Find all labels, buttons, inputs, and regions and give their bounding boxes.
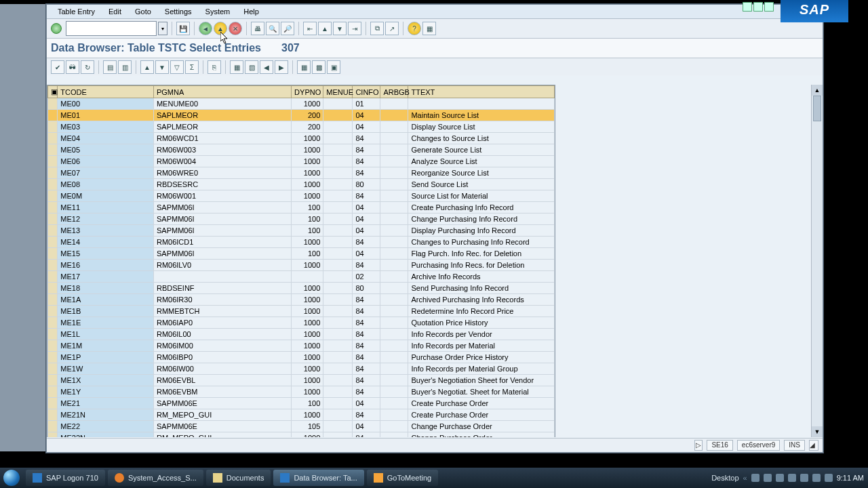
cell[interactable]: ME08 — [58, 179, 154, 190]
table-row[interactable]: ME1MRM06IM00100084Info Records per Mater… — [48, 340, 555, 352]
cell[interactable]: 84 — [353, 386, 380, 398]
cell[interactable]: 84 — [353, 375, 380, 386]
cell[interactable]: ME13 — [58, 225, 154, 237]
cell[interactable]: 84 — [353, 144, 380, 156]
cell[interactable]: 1000 — [292, 237, 323, 248]
cell[interactable]: SAPMM06E — [153, 398, 291, 409]
cell[interactable]: Flag Purch. Info Rec. for Deletion — [408, 248, 555, 260]
cell[interactable] — [323, 421, 353, 432]
cell[interactable]: ME1E — [58, 317, 154, 329]
cell[interactable] — [380, 421, 408, 432]
cell[interactable]: 1000 — [292, 260, 323, 271]
cell[interactable]: Display Purchasing Info Record — [408, 225, 555, 237]
table-row[interactable]: ME01SAPLMEOR20004Maintain Source List — [48, 110, 555, 121]
cell[interactable] — [380, 409, 408, 421]
cell[interactable] — [323, 237, 353, 248]
cell[interactable]: ME1B — [58, 306, 154, 317]
cell[interactable] — [323, 375, 353, 386]
system-tray[interactable]: Desktop « 9:11 AM — [711, 474, 864, 482]
cell[interactable]: 84 — [353, 340, 380, 352]
cell[interactable]: Create Purchase Order — [408, 409, 555, 421]
first-page-button[interactable]: ⇤ — [303, 22, 317, 35]
cell[interactable]: SAPMM06I — [153, 225, 291, 237]
cell[interactable]: 04 — [353, 214, 380, 225]
cell[interactable] — [323, 363, 353, 375]
cell[interactable] — [323, 329, 353, 340]
cell[interactable] — [380, 225, 408, 237]
cell[interactable]: 1000 — [292, 283, 323, 294]
grid-button[interactable]: ▦ — [297, 60, 311, 74]
sort-asc-button[interactable]: ▲ — [140, 60, 154, 74]
select-all-cell[interactable]: ▣ — [48, 86, 58, 98]
cell[interactable]: SAPMM06I — [153, 214, 291, 225]
cell[interactable]: ME05 — [58, 144, 154, 156]
cell[interactable]: Buyer's Negotiation Sheet for Vendor — [408, 375, 555, 386]
cell[interactable]: RM_MEPO_GUI — [153, 432, 291, 438]
cell[interactable]: 04 — [353, 110, 380, 121]
cell[interactable]: ME1Y — [58, 386, 154, 398]
cell[interactable]: 1000 — [292, 329, 323, 340]
row-selector[interactable] — [48, 214, 58, 225]
cell[interactable]: Change Purchase Order — [408, 421, 555, 432]
cell[interactable] — [380, 386, 408, 398]
cell[interactable]: 84 — [353, 329, 380, 340]
col-pgmna[interactable]: PGMNA — [153, 86, 291, 98]
cell[interactable] — [323, 179, 353, 190]
cell[interactable] — [292, 271, 323, 283]
detail-button[interactable]: ▤ — [103, 60, 117, 74]
cell[interactable]: RM06IM00 — [153, 340, 291, 352]
cell[interactable]: 04 — [353, 202, 380, 214]
cell[interactable]: RM06W003 — [153, 144, 291, 156]
tray-icon[interactable] — [825, 474, 833, 482]
table-row[interactable]: ME00MENUME00100001 — [48, 98, 555, 110]
table-row[interactable]: ME1ARM06IR30100084Archived Purchasing In… — [48, 294, 555, 306]
cell[interactable]: Change Purchasing Info Record — [408, 214, 555, 225]
cell[interactable]: 1000 — [292, 133, 323, 144]
menu-table-entry[interactable]: Table Entry — [52, 6, 100, 17]
cell[interactable]: ME07 — [58, 167, 154, 179]
cell[interactable]: Purchase Order Price History — [408, 352, 555, 363]
table-row[interactable]: ME15SAPMM06I10004Flag Purch. Info Rec. f… — [48, 248, 555, 260]
cell[interactable] — [323, 248, 353, 260]
cell[interactable] — [380, 352, 408, 363]
table-row[interactable]: ME13SAPMM06I10004Display Purchasing Info… — [48, 225, 555, 237]
cell[interactable] — [323, 190, 353, 202]
table-row[interactable]: ME07RM06WRE0100084Reorganize Source List — [48, 167, 555, 179]
row-selector[interactable] — [48, 225, 58, 237]
cell[interactable]: ME18 — [58, 283, 154, 294]
menu-system[interactable]: System — [200, 6, 236, 17]
row-selector[interactable] — [48, 237, 58, 248]
cell[interactable] — [323, 225, 353, 237]
cell[interactable] — [323, 432, 353, 438]
cell[interactable]: RBDSEINF — [153, 283, 291, 294]
find-next-button[interactable]: 🔎 — [281, 22, 294, 35]
cell[interactable]: 80 — [353, 179, 380, 190]
table-row[interactable]: ME1BRMMEBTCH100084Redetermine Info Recor… — [48, 306, 555, 317]
cell[interactable]: 84 — [353, 294, 380, 306]
cell[interactable] — [323, 306, 353, 317]
cell[interactable]: RMMEBTCH — [153, 306, 291, 317]
cell[interactable]: RM06W001 — [153, 190, 291, 202]
menu-help[interactable]: Help — [238, 6, 264, 17]
cell[interactable]: ME1M — [58, 340, 154, 352]
cell[interactable]: 84 — [353, 167, 380, 179]
cell[interactable]: 100 — [292, 214, 323, 225]
cell[interactable]: Purchasing Info Recs. for Deletion — [408, 260, 555, 271]
cell[interactable] — [380, 398, 408, 409]
start-button[interactable] — [0, 468, 23, 488]
table-row[interactable]: ME04RM06WCD1100084Changes to Source List — [48, 133, 555, 144]
row-selector[interactable] — [48, 167, 58, 179]
cell[interactable]: SAPMM06I — [153, 248, 291, 260]
cell[interactable]: 84 — [353, 352, 380, 363]
cell[interactable]: Reorganize Source List — [408, 167, 555, 179]
table-row[interactable]: ME08RBDSESRC100080Send Source List — [48, 179, 555, 190]
cell[interactable]: RM06IBP0 — [153, 352, 291, 363]
cell[interactable] — [323, 167, 353, 179]
cell[interactable]: ME22 — [58, 421, 154, 432]
table-row[interactable]: ME1702Archive Info Records — [48, 271, 555, 283]
select-all-button[interactable]: ▦ — [230, 60, 243, 74]
task-sap-logon-710[interactable]: SAP Logon 710 — [26, 470, 105, 486]
cell[interactable]: 04 — [353, 121, 380, 133]
cell[interactable] — [323, 386, 353, 398]
cell[interactable]: 84 — [353, 156, 380, 167]
